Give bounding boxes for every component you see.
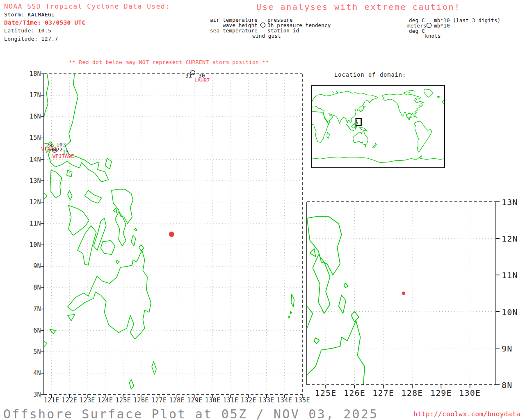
coastline xyxy=(339,295,346,314)
coastline xyxy=(409,90,415,91)
coastline xyxy=(50,170,62,198)
coastline xyxy=(116,260,119,264)
station-air-temp: 28 xyxy=(46,142,52,148)
storm-dot xyxy=(169,232,174,237)
coastline xyxy=(352,123,355,128)
main-y-tick-label: 12N xyxy=(16,199,41,206)
coastline xyxy=(365,146,366,147)
source-url: http://coolwx.com/buoydata xyxy=(413,410,520,418)
coastline xyxy=(404,92,410,93)
header-longitude-line: Longitude: 127.7 xyxy=(4,36,58,42)
station-circle-icon xyxy=(426,23,432,28)
coastline xyxy=(105,158,112,169)
station-air-temp: 31 xyxy=(185,73,192,79)
inset-x-tick-label: 130E xyxy=(458,388,482,398)
grid xyxy=(307,202,496,385)
coastline xyxy=(50,329,56,333)
coastline xyxy=(135,228,137,231)
main-y-tick-label: 10N xyxy=(16,241,41,249)
main-x-tick-label: 127E xyxy=(150,397,168,404)
main-y-tick-label: 16N xyxy=(16,113,41,120)
inset-x-tick-label: 127E xyxy=(371,388,396,398)
coastline xyxy=(313,255,330,313)
coastline xyxy=(130,380,134,390)
main-x-tick-label: 126E xyxy=(132,397,150,404)
coastline xyxy=(414,116,417,117)
coastline xyxy=(131,235,136,246)
coastline xyxy=(290,311,292,314)
coastlines xyxy=(311,89,445,163)
units-wind-gust: knots xyxy=(425,33,441,39)
coastline xyxy=(113,208,117,213)
inset-y-tick-label: 11N xyxy=(502,270,518,280)
main-x-tick-label: 134E xyxy=(275,397,293,404)
station-id: LAHR7 xyxy=(194,77,210,83)
coastline xyxy=(84,190,101,203)
main-x-tick-label: 125E xyxy=(114,397,132,404)
coastline xyxy=(350,130,354,130)
main-x-tick-label: 135E xyxy=(293,397,311,404)
storm-dot xyxy=(402,292,405,295)
inset-y-tick-label: 8N xyxy=(502,380,512,390)
coastline xyxy=(351,312,359,322)
coastline xyxy=(437,96,440,98)
coastline xyxy=(344,283,348,288)
coastline xyxy=(68,205,89,235)
coastline xyxy=(310,249,315,257)
coastline xyxy=(43,71,48,119)
coastline xyxy=(152,361,156,374)
coastline xyxy=(382,94,424,120)
coastline xyxy=(68,190,72,200)
station-wave: 22 xyxy=(56,146,63,153)
main-y-tick-label: 18N xyxy=(16,70,41,78)
axis-ticks xyxy=(326,202,500,388)
main-y-tick-label: 4N xyxy=(16,370,41,377)
coastline xyxy=(373,143,377,148)
inset-y-tick-label: 10N xyxy=(502,307,518,317)
station-circle-icon xyxy=(260,22,266,28)
main-x-tick-label: 132E xyxy=(240,397,258,404)
caution-title: Use analyses with extreme caution! xyxy=(256,2,461,12)
main-y-tick-label: 17N xyxy=(16,91,41,99)
coastline xyxy=(101,241,115,255)
inset-x-tick-label: 125E xyxy=(313,388,338,398)
coastline xyxy=(346,124,350,129)
header-source-line: NOAA SSD Tropical Cyclone Data Used: xyxy=(4,2,170,10)
main-x-tick-label: 131E xyxy=(221,397,240,404)
coastline xyxy=(353,132,368,145)
main-y-tick-label: 7N xyxy=(16,305,41,313)
inset-y-tick-label: 9N xyxy=(502,344,512,354)
coastline xyxy=(333,92,334,93)
main-x-tick-label: 122E xyxy=(60,397,78,404)
main-map xyxy=(36,70,310,403)
coastline xyxy=(68,315,75,321)
main-y-tick-label: 11N xyxy=(16,220,41,227)
inset-x-tick-label: 129E xyxy=(429,388,453,398)
units-sea-temp: deg C xyxy=(409,28,425,34)
coastline xyxy=(327,132,329,139)
main-y-tick-label: 5N xyxy=(16,348,41,356)
main-x-tick-label: 129E xyxy=(186,397,204,404)
legend-sea-temperature: sea temperature xyxy=(180,28,258,33)
coastline xyxy=(307,217,341,275)
coastlines xyxy=(43,71,294,389)
main-y-tick-label: 6N xyxy=(16,327,41,334)
main-y-tick-label: 8N xyxy=(16,284,41,291)
coastline xyxy=(311,91,378,124)
map-border xyxy=(307,202,496,385)
domain-map-label: Location of domain: xyxy=(334,71,406,78)
main-x-tick-label: 121E xyxy=(43,397,61,404)
storm-position-warning: ** Red dot below may NOT represent CURRE… xyxy=(69,59,269,65)
main-x-tick-label: 130E xyxy=(204,397,222,404)
domain-world-map xyxy=(311,85,445,168)
coastline xyxy=(424,89,433,97)
coastline xyxy=(414,121,432,152)
inset-y-tick-label: 13N xyxy=(502,197,518,207)
coastline xyxy=(289,316,290,318)
main-x-tick-label: 133E xyxy=(258,397,276,404)
header-latitude-line: Latitude: 10.5 xyxy=(4,27,51,34)
inset-x-tick-label: 126E xyxy=(342,388,367,398)
plot-title: Offshore Surface Plot at 05Z / NOV 03, 2… xyxy=(3,407,378,420)
coastline xyxy=(112,189,133,224)
coastline xyxy=(139,245,144,251)
